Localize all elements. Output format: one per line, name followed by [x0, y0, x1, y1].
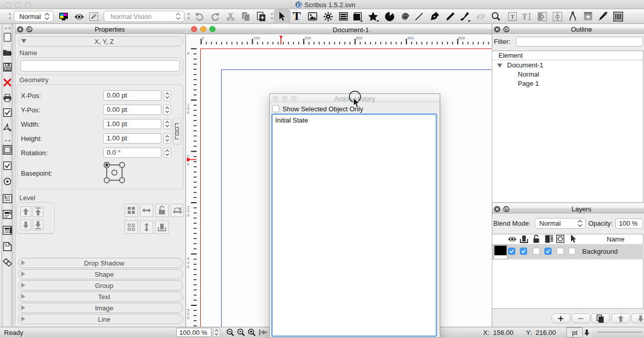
svg-text:400: 400	[407, 36, 414, 40]
svg-text:T: T	[510, 13, 515, 20]
svg-text:0: 0	[187, 162, 189, 166]
svg-text:0: 0	[187, 316, 189, 320]
svg-text:300: 300	[356, 36, 363, 40]
svg-text:200: 200	[304, 36, 311, 40]
svg-text:T: T	[522, 12, 528, 21]
svg-text:A: A	[4, 195, 7, 199]
svg-text:0: 0	[202, 36, 204, 40]
svg-text:100: 100	[253, 36, 260, 40]
svg-text:0: 0	[187, 110, 189, 115]
svg-text:0: 0	[187, 264, 189, 269]
svg-text:0: 0	[187, 213, 189, 218]
svg-text:0: 0	[187, 51, 189, 56]
svg-text:500: 500	[459, 36, 465, 40]
